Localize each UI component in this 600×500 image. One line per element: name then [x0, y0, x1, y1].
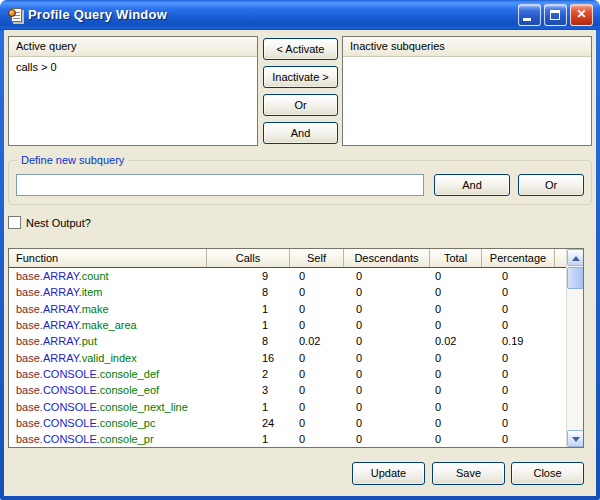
inactivate-button[interactable]: Inactivate > [263, 66, 338, 88]
update-button[interactable]: Update [352, 462, 425, 485]
total-value: 0 [431, 431, 490, 447]
active-query-item[interactable]: calls > 0 [9, 57, 257, 73]
table-row[interactable]: base.CONSOLE.console_eof30000 [9, 382, 566, 398]
define-subquery-label: Define new subquery [17, 154, 128, 166]
vertical-scrollbar[interactable] [566, 249, 583, 447]
profile-query-window: Profile Query Window ✕ Active query call… [0, 0, 600, 500]
subquery-or-button[interactable]: Or [518, 174, 584, 196]
close-dialog-button[interactable]: Close [511, 462, 584, 485]
calls-value: 16 [234, 350, 294, 366]
active-query-list[interactable]: calls > 0 [9, 57, 257, 73]
active-query-panel: Active query calls > 0 [8, 36, 258, 146]
percentage-value: 0 [490, 301, 566, 317]
function-class-segment: CONSOLE. [43, 433, 100, 445]
function-cluster-segment: base. [16, 270, 43, 282]
minimize-button[interactable] [518, 4, 541, 26]
function-name: base.ARRAY.valid_index [9, 350, 234, 366]
function-feature-segment: console_eof [100, 384, 159, 396]
function-name: base.CONSOLE.console_def [9, 366, 234, 382]
function-name: base.ARRAY.put [9, 333, 234, 349]
function-class-segment: ARRAY. [43, 352, 82, 364]
window-controls: ✕ [518, 4, 593, 26]
scroll-down-button[interactable] [567, 430, 584, 447]
table-row[interactable]: base.ARRAY.item80000 [9, 284, 566, 300]
table-row[interactable]: base.ARRAY.put80.0200.020.19 [9, 333, 566, 349]
titlebar[interactable]: Profile Query Window ✕ [0, 0, 600, 30]
app-icon [8, 7, 24, 23]
scroll-up-button[interactable] [567, 249, 584, 266]
column-header-calls[interactable]: Calls [206, 249, 289, 267]
descendants-value: 0 [348, 431, 431, 447]
column-header-percentage[interactable]: Percentage [481, 249, 554, 267]
table-row[interactable]: base.ARRAY.make_area10000 [9, 317, 566, 333]
subquery-and-button[interactable]: And [434, 174, 510, 196]
column-header-descendants[interactable]: Descendants [343, 249, 429, 267]
column-header-self[interactable]: Self [289, 249, 343, 267]
table-row[interactable]: base.CONSOLE.console_def20000 [9, 366, 566, 382]
self-value: 0 [291, 415, 348, 431]
percentage-value: 0 [490, 399, 566, 415]
function-name: base.CONSOLE.console_next_line [9, 399, 234, 415]
percentage-value: 0 [490, 284, 566, 300]
function-feature-segment: put [82, 335, 97, 347]
table-header-row: Function Calls Self Descendants Total Pe… [9, 249, 566, 268]
subquery-input[interactable] [16, 174, 424, 196]
total-value: 0 [431, 284, 490, 300]
nest-output-checkbox[interactable] [8, 216, 21, 229]
self-value: 0 [291, 366, 348, 382]
table-row[interactable]: base.ARRAY.count90000 [9, 268, 566, 284]
function-class-segment: ARRAY. [43, 270, 82, 282]
column-header-total[interactable]: Total [429, 249, 481, 267]
self-value: 0 [291, 268, 348, 284]
descendants-value: 0 [348, 350, 431, 366]
function-class-segment: CONSOLE. [43, 417, 100, 429]
percentage-value: 0 [490, 431, 566, 447]
function-cluster-segment: base. [16, 352, 43, 364]
close-button[interactable]: ✕ [570, 4, 593, 26]
column-header-function[interactable]: Function [9, 249, 206, 267]
table-row[interactable]: base.ARRAY.valid_index160000 [9, 350, 566, 366]
percentage-value: 0 [490, 268, 566, 284]
table-row[interactable]: base.CONSOLE.console_next_line10000 [9, 399, 566, 415]
function-name: base.ARRAY.item [9, 284, 234, 300]
function-cluster-segment: base. [16, 384, 43, 396]
descendants-value: 0 [348, 366, 431, 382]
calls-value: 1 [234, 317, 294, 333]
self-value: 0 [291, 301, 348, 317]
function-class-segment: CONSOLE. [43, 368, 100, 380]
calls-value: 1 [234, 399, 294, 415]
table-row[interactable]: base.ARRAY.make10000 [9, 301, 566, 317]
or-combine-button[interactable]: Or [263, 94, 338, 116]
calls-value: 9 [234, 268, 294, 284]
scrollbar-thumb[interactable] [567, 267, 584, 289]
function-cluster-segment: base. [16, 303, 43, 315]
table-row[interactable]: base.CONSOLE.console_pc240000 [9, 415, 566, 431]
function-name: base.ARRAY.make [9, 301, 234, 317]
function-name: base.CONSOLE.console_pc [9, 415, 234, 431]
function-feature-segment: count [82, 270, 109, 282]
activate-button[interactable]: < Activate [263, 38, 338, 60]
total-value: 0 [431, 317, 490, 333]
function-cluster-segment: base. [16, 433, 43, 445]
table-row[interactable]: base.CONSOLE.console_pr10000 [9, 431, 566, 447]
save-button[interactable]: Save [432, 462, 505, 485]
function-class-segment: CONSOLE. [43, 401, 100, 413]
percentage-value: 0 [490, 415, 566, 431]
and-combine-button[interactable]: And [263, 122, 338, 144]
calls-value: 3 [234, 382, 294, 398]
total-value: 0 [431, 366, 490, 382]
descendants-value: 0 [348, 415, 431, 431]
function-name: base.ARRAY.make_area [9, 317, 234, 333]
function-cluster-segment: base. [16, 368, 43, 380]
function-name: base.ARRAY.count [9, 268, 234, 284]
descendants-value: 0 [348, 399, 431, 415]
self-value: 0 [291, 284, 348, 300]
percentage-value: 0 [490, 317, 566, 333]
function-cluster-segment: base. [16, 401, 43, 413]
function-cluster-segment: base. [16, 286, 43, 298]
inactive-subqueries-header: Inactive subqueries [343, 37, 591, 57]
total-value: 0 [431, 382, 490, 398]
maximize-button[interactable] [544, 4, 567, 26]
calls-value: 8 [234, 284, 294, 300]
descendants-value: 0 [348, 382, 431, 398]
